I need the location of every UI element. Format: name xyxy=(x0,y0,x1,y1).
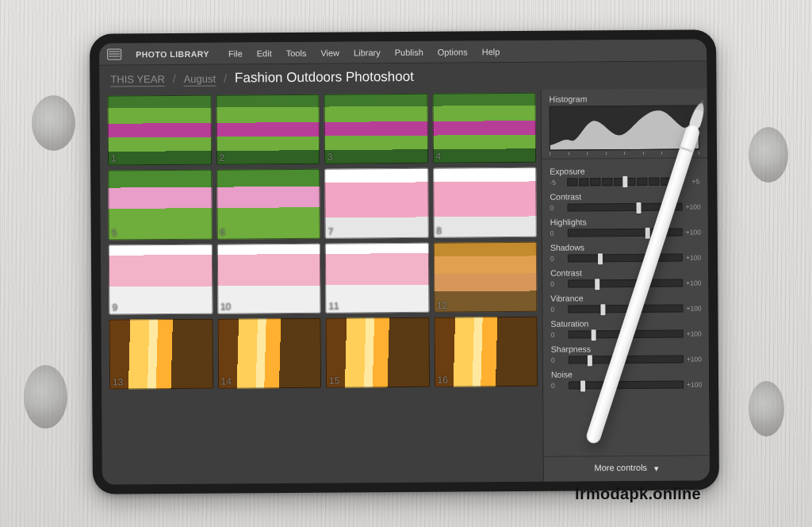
range-max: +100 xyxy=(687,355,701,363)
thumb-number: 15 xyxy=(329,375,339,387)
thumbnail-grid: 1 2 3 4 5 6 7 8 9 10 11 12 13 14 15 16 xyxy=(100,90,543,485)
thumb-number: 5 xyxy=(112,228,117,239)
slider-knob[interactable] xyxy=(598,253,603,264)
slider-knob[interactable] xyxy=(580,380,585,391)
thumbnail[interactable]: 15 xyxy=(325,317,429,388)
range-max: +100 xyxy=(687,329,701,337)
page-title: Fashion Outdoors Photoshoot xyxy=(235,69,414,87)
thumb-number: 13 xyxy=(113,377,123,388)
wood-knot xyxy=(749,127,788,183)
thumbnail[interactable]: 4 xyxy=(432,93,536,163)
app-icon xyxy=(107,48,121,60)
slider-label: Contrast xyxy=(550,267,700,277)
thumb-number: 12 xyxy=(437,300,447,311)
range-min: 0 xyxy=(550,306,565,314)
range-min: 0 xyxy=(550,255,565,263)
menu-tools[interactable]: Tools xyxy=(286,48,307,57)
thumbnail[interactable]: 6 xyxy=(216,169,320,240)
range-min: 0 xyxy=(550,229,565,237)
thumbnail[interactable]: 1 xyxy=(108,95,212,166)
range-min: 0 xyxy=(551,356,565,364)
thumbnail[interactable]: 7 xyxy=(324,168,428,239)
app-screen: PHOTO LIBRARY File Edit Tools View Libra… xyxy=(99,39,710,484)
app-name: PHOTO LIBRARY xyxy=(136,48,209,59)
histogram-label: Histogram xyxy=(550,93,699,103)
thumb-number: 6 xyxy=(220,227,225,238)
histogram xyxy=(550,105,699,150)
range-min: 0 xyxy=(551,331,565,339)
watermark-text: lrmodapk.online xyxy=(575,485,701,503)
wood-knot xyxy=(32,95,75,151)
chevron-down-icon: ▾ xyxy=(654,464,659,474)
slider-knob[interactable] xyxy=(645,228,650,239)
menu-edit[interactable]: Edit xyxy=(257,48,272,58)
slider-knob[interactable] xyxy=(592,329,596,340)
more-controls-label: More controls xyxy=(594,463,647,472)
thumb-number: 8 xyxy=(436,225,442,237)
slider-track[interactable] xyxy=(567,178,682,187)
thumbnail[interactable]: 11 xyxy=(325,243,429,314)
slider-knob[interactable] xyxy=(600,304,605,315)
slider-label: Vibrance xyxy=(550,292,700,302)
breadcrumb-sep: / xyxy=(173,72,176,85)
slider-label: Highlights xyxy=(550,216,700,226)
slider-track[interactable] xyxy=(569,381,684,390)
thumb-number: 14 xyxy=(220,376,231,387)
range-max: +100 xyxy=(685,202,699,210)
slider-track[interactable] xyxy=(568,254,683,263)
menu-library[interactable]: Library xyxy=(354,48,381,57)
thumb-number: 10 xyxy=(220,302,231,313)
thumbnail[interactable]: 2 xyxy=(216,94,320,165)
breadcrumb: THIS YEAR / August / Fashion Outdoors Ph… xyxy=(99,61,707,92)
range-max: +100 xyxy=(686,228,700,236)
more-controls-button[interactable]: More controls ▾ xyxy=(544,455,710,481)
slider-track[interactable] xyxy=(568,279,683,288)
slider-label: Noise xyxy=(551,368,701,379)
breadcrumb-root[interactable]: THIS YEAR xyxy=(110,73,165,87)
thumb-number: 11 xyxy=(328,301,339,312)
breadcrumb-mid[interactable]: August xyxy=(184,72,216,86)
menu-help[interactable]: Help xyxy=(482,47,500,56)
slider-knob[interactable] xyxy=(588,355,592,366)
menu-file[interactable]: File xyxy=(228,48,243,58)
menu-publish[interactable]: Publish xyxy=(395,47,423,56)
slider-knob[interactable] xyxy=(595,279,599,290)
wood-knot xyxy=(749,381,784,437)
thumbnail[interactable]: 8 xyxy=(433,167,537,238)
range-max: +100 xyxy=(686,304,700,312)
thumbnail[interactable]: 9 xyxy=(109,244,213,315)
thumb-number: 7 xyxy=(328,226,334,237)
thumbnail[interactable]: 3 xyxy=(324,94,428,164)
slider-noise[interactable]: Noise 0 +100 xyxy=(551,368,701,389)
slider-vibrance[interactable]: Vibrance 0 +100 xyxy=(550,292,700,313)
thumb-number: 9 xyxy=(112,302,117,314)
range-min: 0 xyxy=(550,204,564,212)
menu-options[interactable]: Options xyxy=(438,47,468,56)
range-max: +100 xyxy=(686,279,700,287)
range-min: -5 xyxy=(550,179,564,187)
slider-shadows[interactable]: Shadows 0 +100 xyxy=(550,241,700,262)
menu-view[interactable]: View xyxy=(320,48,339,57)
thumb-number: 3 xyxy=(327,152,333,163)
thumb-number: 1 xyxy=(111,153,117,164)
thumb-number: 2 xyxy=(220,152,225,163)
slider-highlights[interactable]: Highlights 0 +100 xyxy=(550,216,700,237)
thumbnail[interactable]: 12 xyxy=(433,242,537,313)
slider-knob[interactable] xyxy=(636,202,641,213)
range-min: 0 xyxy=(550,280,565,288)
thumbnail[interactable]: 5 xyxy=(108,170,212,240)
range-max: +5 xyxy=(685,177,699,185)
thumb-number: 16 xyxy=(437,375,447,386)
range-min: 0 xyxy=(551,382,565,390)
thumbnail[interactable]: 13 xyxy=(109,319,213,390)
slider-knob[interactable] xyxy=(622,176,627,187)
wood-knot xyxy=(24,365,67,429)
range-max: +100 xyxy=(687,380,701,388)
thumbnail[interactable]: 14 xyxy=(217,318,321,389)
range-max: +100 xyxy=(686,253,700,261)
breadcrumb-sep: / xyxy=(224,72,227,85)
slider-contrast-2[interactable]: Contrast 0 +100 xyxy=(550,267,700,287)
thumbnail[interactable]: 16 xyxy=(434,317,538,387)
thumbnail[interactable]: 10 xyxy=(216,244,320,314)
slider-label: Shadows xyxy=(550,241,700,252)
